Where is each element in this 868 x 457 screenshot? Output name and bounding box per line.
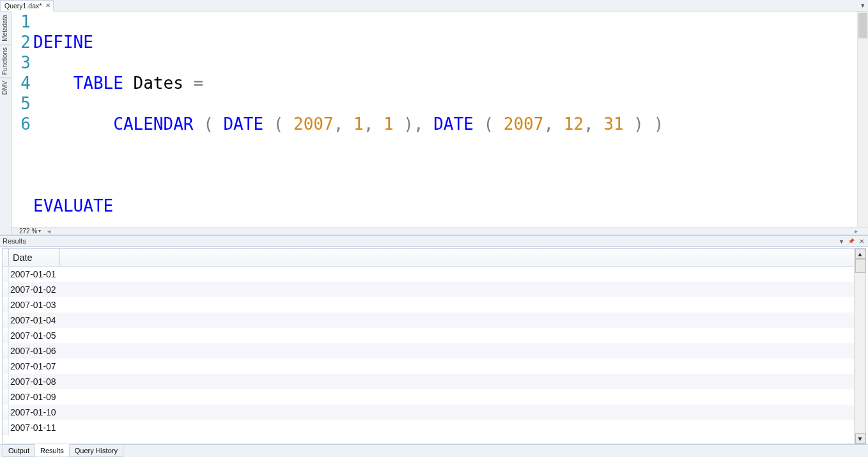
document-tab-label: Query1.dax* [4,2,42,10]
grid-column-header-row: Date [3,249,854,267]
row-header [3,420,9,435]
tab-query-history[interactable]: Query History [69,445,123,457]
row-header [3,405,9,420]
close-icon[interactable]: ✕ [45,3,50,9]
code-token: 1 [353,114,364,134]
zoom-value: 272 % [19,228,37,235]
results-panel-header: Results ▾ 📌 ✕ [0,235,868,247]
table-row[interactable]: 2007-01-02 [3,282,854,297]
code-token: 2007 [504,114,544,134]
sidetab-functions[interactable]: Functions [0,44,11,77]
sidetab-metadata[interactable]: Metadata [0,12,11,44]
line-number-gutter: 1 2 3 4 5 6 [12,12,33,227]
code-token: , [584,114,594,134]
grid-cell: 2007-01-08 [9,376,60,387]
scrollbar-thumb[interactable] [855,259,865,273]
code-token: = [194,74,204,93]
tab-results[interactable]: Results [35,444,70,456]
code-token: , [364,114,374,134]
line-number: 2 [12,32,31,52]
grid-column-header[interactable]: Date [9,249,60,266]
table-row[interactable]: 2007-01-03 [3,297,854,313]
code-token: 1 [384,114,394,134]
grid-cell: 2007-01-03 [9,300,60,310]
code-token: 12 [564,114,584,134]
grid-cell: 2007-01-05 [9,330,60,341]
results-vertical-scrollbar[interactable]: ▲ ▼ [854,249,865,444]
grid-rows: 2007-01-01 2007-01-02 2007-01-03 2007-01… [3,267,854,444]
editor-vertical-scrollbar[interactable] [857,12,868,227]
code-token: DATE [433,114,474,134]
close-icon[interactable]: ✕ [858,237,865,245]
row-header [3,313,9,328]
table-row[interactable]: 2007-01-04 [3,313,854,328]
line-number: 3 [12,52,31,73]
hscroll-left-icon[interactable]: ◂ [47,228,50,235]
pin-icon[interactable]: 📌 [848,237,855,245]
zoom-dropdown[interactable]: 272 % ▾ [19,228,41,235]
sidetab-dmv[interactable]: DMV [0,77,11,97]
code-token: , [414,114,424,134]
table-row[interactable]: 2007-01-11 [3,420,854,435]
grid-cell: 2007-01-07 [9,361,60,371]
bottom-tab-bar: Output Results Query History [0,444,868,457]
row-header [3,374,9,389]
grid-cell: 2007-01-11 [9,422,60,433]
code-token: Dates [134,74,183,93]
document-tab[interactable]: Query1.dax* ✕ [0,0,54,12]
grid-cell: 2007-01-10 [9,407,60,417]
grid-cell: 2007-01-02 [9,284,60,295]
chevron-down-icon: ▾ [38,228,41,234]
code-token: EVALUATE [33,196,113,215]
document-tab-bar: Query1.dax* ✕ ▾ [0,0,868,12]
results-title: Results [3,237,26,245]
row-header [3,297,9,313]
results-grid-container: Date 2007-01-01 2007-01-02 2007-01-03 20… [2,248,866,444]
code-token: ) [654,114,664,134]
code-token: ( [203,114,213,134]
scroll-up-icon[interactable]: ▲ [855,249,865,259]
line-number: 1 [12,12,31,32]
code-token: 2007 [293,114,334,134]
line-number: 5 [12,93,31,114]
code-editor[interactable]: 1 2 3 4 5 6 DEFINE TABLE Dates = CALENDA… [12,12,868,235]
vertical-tool-tabs: Metadata Functions DMV [0,12,12,235]
row-header [3,343,9,359]
row-header [3,282,9,297]
panel-dropdown-icon[interactable]: ▾ [837,237,845,245]
grid-cell: 2007-01-01 [9,269,60,279]
table-row[interactable]: 2007-01-01 [3,267,854,282]
scrollbar-track[interactable] [855,259,865,433]
hscroll-right-icon[interactable]: ▸ [855,228,858,235]
table-row[interactable]: 2007-01-06 [3,343,854,359]
line-number: 6 [12,114,31,134]
row-header [3,267,9,282]
row-header [3,389,9,405]
line-number: 4 [12,73,31,93]
code-token: DATE [223,114,263,134]
row-header [3,328,9,343]
table-row[interactable]: 2007-01-05 [3,328,854,343]
tab-dropdown-icon[interactable]: ▾ [859,2,867,10]
table-row[interactable]: 2007-01-09 [3,389,854,405]
results-grid[interactable]: Date 2007-01-01 2007-01-02 2007-01-03 20… [3,249,854,444]
editor-status-bar: 272 % ▾ ◂ ▸ [12,227,868,235]
code-token: CALENDAR [113,114,193,134]
table-row[interactable]: 2007-01-08 [3,374,854,389]
code-token: , [334,114,344,134]
scroll-down-icon[interactable]: ▼ [855,433,865,444]
code-token: ( [274,114,284,134]
code-content[interactable]: DEFINE TABLE Dates = CALENDAR ( DATE ( 2… [33,12,857,227]
code-token: DEFINE [33,33,93,52]
code-token: TABLE [74,74,123,93]
grid-cell: 2007-01-09 [9,392,60,402]
scrollbar-thumb[interactable] [858,13,867,38]
code-token: ) [403,114,414,134]
code-token: , [543,114,554,134]
grid-cell: 2007-01-06 [9,346,60,356]
grid-corner [3,249,9,266]
table-row[interactable]: 2007-01-10 [3,405,854,420]
tab-output[interactable]: Output [3,445,35,457]
grid-cell: 2007-01-04 [9,315,60,325]
table-row[interactable]: 2007-01-07 [3,359,854,374]
